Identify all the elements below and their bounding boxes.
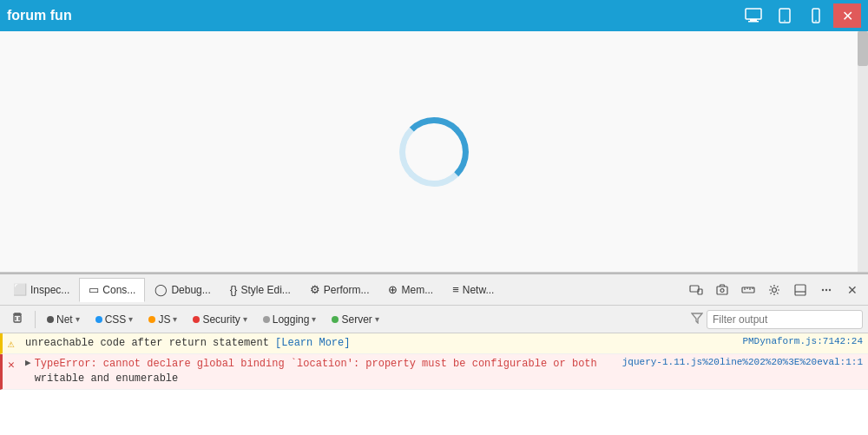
tab-inspector-label: Inspec...: [30, 284, 69, 296]
warning-message: unreachable code after return statement …: [25, 336, 735, 351]
loading-spinner-container: [382, 100, 486, 204]
loading-spinner: [399, 117, 469, 187]
scrollbar-thumb[interactable]: [858, 31, 868, 66]
tab-debugger-label: Debug...: [171, 284, 210, 296]
svg-rect-2: [748, 21, 759, 23]
tab-network-label: Netw...: [463, 284, 495, 296]
filter-js-btn[interactable]: JS ▾: [142, 309, 183, 330]
tab-debugger[interactable]: ◯ Debug...: [145, 278, 220, 302]
filter-net-btn[interactable]: Net ▾: [41, 309, 86, 330]
filter-css-label: CSS: [105, 313, 127, 326]
css-dot: [95, 316, 102, 323]
error-expand-btn[interactable]: ▶: [25, 357, 31, 368]
error-detail-text: writable and enumerable: [35, 372, 179, 385]
tab-memory-label: Mem...: [401, 284, 433, 296]
inspector-icon: ⬜: [13, 283, 27, 296]
error-icon: ✕: [8, 358, 22, 372]
filter-icon: [691, 312, 703, 326]
toolbar-sep-1: [35, 311, 36, 328]
filter-output-container: [691, 310, 863, 329]
tab-network[interactable]: ≡ Netw...: [443, 278, 503, 302]
trash-icon: [11, 312, 23, 326]
close-icon: ✕: [842, 8, 853, 24]
screenshot-btn[interactable]: [710, 278, 734, 302]
svg-rect-22: [14, 315, 21, 322]
filter-js-label: JS: [158, 313, 170, 326]
svg-point-19: [822, 288, 824, 290]
style-editor-icon: {}: [230, 283, 238, 296]
filter-net-label: Net: [56, 313, 73, 326]
tab-performance-label: Perform...: [324, 284, 370, 296]
clear-console-btn[interactable]: [5, 309, 30, 330]
tab-inspector[interactable]: ⬜ Inspec...: [3, 278, 79, 302]
devtools-action-buttons: ✕: [684, 278, 865, 302]
devtools-tab-bar: ⬜ Inspec... ▭ Cons... ◯ Debug... {} Styl…: [0, 274, 868, 306]
warning-text: unreachable code after return statement: [25, 337, 269, 349]
js-arrow: ▾: [173, 314, 177, 324]
net-dot: [47, 316, 54, 323]
net-arrow: ▾: [76, 314, 80, 324]
tab-style-editor-label: Style Edi...: [240, 284, 290, 296]
dock-btn[interactable]: [788, 278, 812, 302]
responsive-design-btn[interactable]: [684, 278, 708, 302]
server-arrow: ▾: [375, 314, 379, 324]
learn-more-link[interactable]: [Learn More]: [275, 337, 350, 349]
close-window-btn[interactable]: ✕: [833, 3, 861, 28]
debugger-icon: ◯: [155, 283, 168, 296]
svg-point-6: [815, 20, 817, 22]
css-arrow: ▾: [128, 314, 133, 324]
error-message: TypeError: cannot declare global binding…: [35, 357, 615, 386]
console-toolbar: Net ▾ CSS ▾ JS ▾ Security ▾ Logging ▾: [0, 306, 868, 333]
svg-rect-9: [717, 287, 727, 294]
filter-security-btn[interactable]: Security ▾: [187, 309, 253, 330]
ruler-btn[interactable]: [736, 278, 760, 302]
window-controls: ✕: [740, 3, 861, 28]
logging-arrow: ▾: [312, 314, 316, 324]
network-icon: ≡: [452, 283, 459, 296]
error-source[interactable]: jquery-1.11.js%20line%202%20%3E%20eval:1…: [622, 357, 863, 367]
filter-server-label: Server: [341, 313, 372, 326]
tab-style-editor[interactable]: {} Style Edi...: [220, 278, 300, 302]
app-title: forum fun: [7, 8, 72, 23]
mobile-btn[interactable]: [802, 3, 830, 28]
svg-point-10: [720, 288, 724, 292]
memory-icon: ⊕: [388, 283, 398, 296]
svg-point-20: [825, 288, 827, 290]
devtools-panel: ⬜ Inspec... ▭ Cons... ◯ Debug... {} Styl…: [0, 273, 868, 407]
tab-console-label: Cons...: [102, 284, 135, 296]
svg-point-16: [773, 287, 777, 292]
filter-output-input[interactable]: [707, 310, 863, 329]
desktop-btn[interactable]: [740, 3, 767, 28]
filter-server-btn[interactable]: Server ▾: [326, 309, 385, 330]
warning-source[interactable]: PMDynaform.js:7142:24: [742, 336, 863, 346]
error-main-text: TypeError: cannot declare global binding…: [35, 358, 597, 370]
server-dot: [332, 316, 339, 323]
js-dot: [148, 316, 155, 323]
tab-performance[interactable]: ⚙ Perform...: [300, 278, 379, 302]
tablet-btn[interactable]: [771, 3, 799, 28]
filter-logging-btn[interactable]: Logging ▾: [257, 309, 323, 330]
svg-point-21: [829, 288, 831, 290]
more-btn[interactable]: [814, 278, 838, 302]
logging-dot: [263, 316, 270, 323]
close-devtools-btn[interactable]: ✕: [840, 278, 865, 302]
browser-content: [0, 31, 868, 273]
filter-css-btn[interactable]: CSS ▾: [89, 309, 140, 330]
settings-btn[interactable]: [762, 278, 786, 302]
tab-console[interactable]: ▭ Cons...: [79, 278, 145, 302]
filter-logging-label: Logging: [273, 313, 310, 326]
console-row-error: ✕ ▶ TypeError: cannot declare global bin…: [0, 354, 868, 390]
tab-memory[interactable]: ⊕ Mem...: [378, 278, 443, 302]
svg-rect-1: [750, 19, 757, 21]
filter-security-label: Security: [202, 313, 240, 326]
warning-icon: ⚠: [8, 337, 22, 351]
scrollbar[interactable]: [858, 31, 868, 272]
security-dot: [193, 316, 200, 323]
svg-marker-25: [692, 313, 702, 323]
svg-rect-17: [795, 285, 806, 295]
performance-icon: ⚙: [310, 283, 320, 296]
svg-rect-0: [746, 9, 761, 19]
svg-point-4: [784, 20, 786, 22]
title-bar: forum fun ✕: [0, 0, 868, 31]
console-row-warning: ⚠ unreachable code after return statemen…: [0, 333, 868, 354]
